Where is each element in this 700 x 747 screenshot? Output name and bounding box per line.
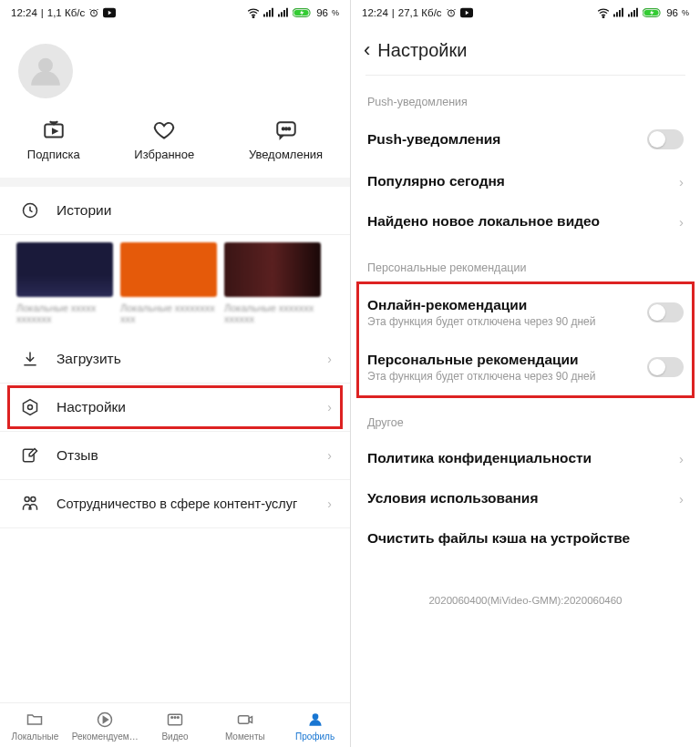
svg-rect-9 — [283, 10, 285, 17]
back-button[interactable]: ‹ — [364, 38, 370, 62]
svg-rect-40 — [633, 10, 635, 17]
tab-bar: Локальные Рекомендуем… Видео Моменты Про… — [0, 702, 350, 747]
highlighted-box: Онлайн-рекомендации Эта функция будет от… — [356, 283, 695, 396]
status-time: 12:24 — [362, 7, 388, 18]
tab-label: Локальные — [12, 732, 59, 742]
history-row[interactable]: Истории — [0, 187, 350, 235]
notifications-action[interactable]: Уведомления — [249, 118, 323, 161]
chevron-right-icon: › — [679, 174, 684, 189]
history-thumbs — [0, 235, 350, 302]
person-icon — [305, 711, 325, 729]
row-subtitle: Эта функция будет отключена через 90 дне… — [367, 315, 647, 328]
gear-icon — [18, 398, 42, 416]
partnership-row[interactable]: Сотрудничество в сфере контент-услуг › — [0, 480, 350, 528]
tab-recommend[interactable]: Рекомендуем… — [70, 703, 140, 747]
thumb-2[interactable] — [120, 242, 217, 297]
wifi-icon — [597, 7, 610, 18]
svg-rect-36 — [619, 10, 621, 17]
svg-point-20 — [28, 405, 33, 410]
tab-moments[interactable]: Моменты — [210, 703, 280, 747]
camera-icon — [235, 711, 255, 729]
signal2-icon — [628, 7, 639, 18]
svg-point-28 — [177, 717, 179, 719]
subscriptions-action[interactable]: Подписка — [27, 118, 80, 161]
chat-icon — [274, 118, 298, 142]
clock-icon — [18, 201, 42, 220]
svg-rect-3 — [263, 15, 265, 17]
avatar[interactable] — [18, 44, 73, 98]
download-row[interactable]: Загрузить › — [0, 335, 350, 384]
version-label: 2020060400(MiVideo-GMM):2020060460 — [351, 558, 700, 622]
phone-left: 12:24 | 1,1 Кб/с 96% Подписка — [0, 0, 350, 747]
row-label: Отзыв — [57, 447, 98, 464]
svg-rect-8 — [281, 12, 283, 16]
tab-local[interactable]: Локальные — [0, 703, 70, 747]
tab-video[interactable]: Видео — [140, 703, 211, 747]
status-batt: 96 — [666, 7, 678, 18]
personal-rec-row[interactable]: Персональные рекомендации Эта функция бу… — [356, 340, 695, 394]
tab-label: Видео — [161, 732, 188, 742]
actions-row: Подписка Избранное Уведомления — [0, 107, 350, 178]
statusbar: 12:24 | 1,1 Кб/с 96% — [0, 0, 350, 26]
chevron-right-icon: › — [327, 400, 332, 414]
partners-icon — [18, 495, 42, 513]
svg-point-16 — [282, 128, 283, 129]
row-label: Загрузить — [57, 351, 121, 367]
toggle-online[interactable] — [647, 302, 684, 322]
toggle-push[interactable] — [647, 129, 684, 149]
clear-cache-row[interactable]: Очистить файлы кэша на устройстве — [351, 518, 700, 558]
row-title: Онлайн-рекомендации — [367, 297, 647, 313]
svg-point-27 — [174, 717, 176, 719]
profile-header — [0, 26, 350, 107]
play-circle-icon — [95, 711, 115, 729]
wifi-icon — [247, 7, 260, 18]
chevron-right-icon: › — [679, 214, 684, 230]
row-label: Настройки — [57, 399, 126, 415]
privacy-row[interactable]: Политика конфиденциальности › — [351, 438, 700, 478]
battery-icon — [643, 7, 663, 18]
tab-profile[interactable]: Профиль — [280, 703, 350, 747]
signal2-icon — [278, 7, 289, 18]
action-label: Избранное — [134, 148, 194, 161]
push-row[interactable]: Push-уведомления — [351, 118, 700, 161]
phone-right: 12:24 | 27,1 Кб/с 96% ‹ Настройки Push-у… — [350, 0, 700, 747]
favorites-action[interactable]: Избранное — [134, 118, 194, 161]
row-title: Персональные рекомендации — [367, 352, 647, 368]
popular-row[interactable]: Популярно сегодня › — [351, 161, 700, 201]
svg-point-2 — [252, 16, 254, 18]
terms-row[interactable]: Условия использования › — [351, 478, 700, 518]
feedback-row[interactable]: Отзыв › — [0, 432, 350, 480]
youtube-icon — [103, 7, 116, 18]
svg-point-33 — [602, 16, 604, 18]
tv-icon — [42, 118, 66, 142]
chevron-right-icon: › — [327, 448, 332, 463]
action-label: Уведомления — [249, 148, 323, 161]
download-icon — [18, 350, 42, 368]
row-title: Политика конфиденциальности — [367, 450, 672, 466]
localvideo-row[interactable]: Найдено новое локальное видео › — [351, 201, 700, 241]
svg-rect-10 — [286, 8, 288, 17]
row-title: Очистить файлы кэша на устройстве — [367, 530, 684, 547]
svg-rect-4 — [266, 12, 268, 16]
battery-icon — [293, 7, 313, 18]
youtube-icon — [460, 7, 473, 18]
svg-point-22 — [25, 497, 29, 502]
section-other: Другое — [351, 396, 700, 438]
tab-label: Рекомендуем… — [72, 732, 139, 742]
svg-point-30 — [312, 713, 318, 720]
signal1-icon — [263, 7, 274, 18]
thumb-3[interactable] — [224, 242, 321, 297]
svg-rect-37 — [622, 8, 623, 17]
signal1-icon — [613, 7, 624, 18]
online-rec-row[interactable]: Онлайн-рекомендации Эта функция будет от… — [356, 285, 695, 340]
chevron-right-icon: › — [327, 352, 332, 366]
toggle-personal[interactable] — [647, 357, 684, 377]
chevron-right-icon: › — [679, 451, 684, 466]
row-subtitle: Эта функция будет отключена через 90 дне… — [367, 370, 647, 383]
svg-point-18 — [288, 128, 290, 129]
svg-rect-35 — [616, 12, 618, 16]
thumb-1[interactable] — [16, 242, 113, 297]
section-personal: Персональные рекомендации — [351, 241, 700, 283]
settings-row[interactable]: Настройки › — [0, 384, 350, 432]
row-label: Истории — [57, 202, 111, 219]
